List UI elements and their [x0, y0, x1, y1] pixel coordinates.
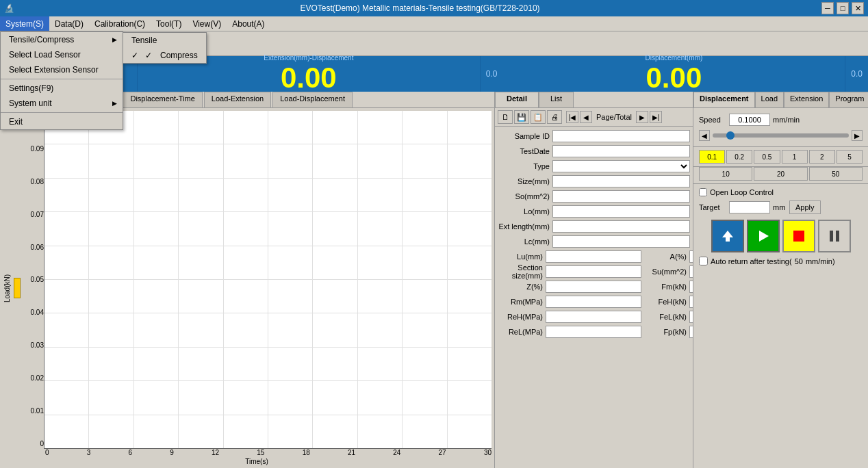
- speed-preset-0.1[interactable]: 0.1: [699, 150, 725, 164]
- tab-displacement[interactable]: Displacement: [693, 92, 755, 107]
- lc-input[interactable]: [552, 235, 690, 248]
- speed-control: Speed mm/min ◀ ▶: [693, 108, 868, 147]
- fel-input[interactable]: [689, 311, 693, 323]
- tab-detail[interactable]: Detail: [495, 92, 539, 107]
- submenu-tensile[interactable]: Tensile: [123, 33, 206, 48]
- open-loop-checkbox[interactable]: [699, 188, 707, 196]
- speed-preset-1[interactable]: 1: [782, 150, 808, 164]
- target-input[interactable]: [729, 201, 770, 213]
- sample-id-label: Sample ID: [498, 132, 552, 140]
- title-bar: 🔬 EVOTest(Demo) Metallic materials-Tensi…: [0, 0, 868, 16]
- tab-load[interactable]: Load: [755, 92, 784, 107]
- page-prev-btn[interactable]: ◀: [580, 111, 592, 123]
- y-axis-label: Load(kN): [3, 111, 12, 465]
- speed-preset-0.2[interactable]: 0.2: [726, 150, 752, 164]
- detail-tabs: Detail List: [495, 92, 693, 108]
- speed-increase-btn[interactable]: ▶: [852, 130, 863, 141]
- stop-btn[interactable]: [782, 220, 815, 252]
- tab-program[interactable]: Program: [829, 92, 868, 107]
- test-date-input[interactable]: [552, 145, 690, 157]
- speed-preset-0.5[interactable]: 0.5: [754, 150, 780, 164]
- detail-new-btn[interactable]: 🗋: [498, 110, 513, 124]
- speed-preset-2[interactable]: 2: [809, 150, 835, 164]
- tab-extension[interactable]: Extension: [784, 92, 829, 107]
- speed-preset-20[interactable]: 20: [754, 167, 807, 181]
- detail-print-btn[interactable]: 🖨: [547, 110, 562, 124]
- size-input[interactable]: [552, 175, 690, 187]
- a-input[interactable]: [689, 250, 693, 263]
- menu-select-load-sensor[interactable]: Select Load Sensor: [1, 47, 123, 62]
- speed-preset-10[interactable]: 10: [699, 167, 752, 181]
- type-select[interactable]: [552, 160, 690, 172]
- menu-settings[interactable]: Settings(F9): [1, 81, 123, 96]
- su-input[interactable]: [689, 265, 693, 278]
- auto-return-checkbox[interactable]: [699, 257, 708, 265]
- speed-input[interactable]: [729, 114, 770, 126]
- menu-select-extension-sensor[interactable]: Select Extension Sensor: [1, 62, 123, 77]
- disp-side-val: 0.0: [845, 56, 868, 92]
- chart-plot: [44, 111, 492, 449]
- open-loop-row: Open Loop Control: [699, 188, 863, 196]
- z-input[interactable]: [546, 281, 641, 293]
- open-loop-label: Open Loop Control: [710, 188, 774, 196]
- menu-about[interactable]: About(A): [227, 16, 270, 31]
- page-next-btn[interactable]: ▶: [636, 111, 648, 123]
- speed-slider[interactable]: [713, 133, 849, 138]
- menu-system-unit[interactable]: System unit: [1, 96, 123, 111]
- lo-input[interactable]: [552, 205, 690, 218]
- apply-button[interactable]: Apply: [789, 200, 821, 214]
- extension-value: 0.00: [281, 62, 337, 94]
- page-first-btn[interactable]: |◀: [566, 111, 578, 123]
- close-button[interactable]: ✕: [852, 2, 864, 14]
- displacement-column: Displacement(mm) 0.00: [502, 56, 845, 92]
- maximize-button[interactable]: □: [837, 2, 849, 14]
- return-to-origin-btn[interactable]: [711, 220, 744, 252]
- so-input[interactable]: [552, 190, 690, 203]
- menu-tool[interactable]: Tool(T): [151, 16, 187, 31]
- speed-preset-5[interactable]: 5: [837, 150, 863, 164]
- ext-length-input[interactable]: [552, 220, 690, 233]
- menu-view[interactable]: View(V): [187, 16, 227, 31]
- fp-input[interactable]: [689, 326, 693, 338]
- section-size-input[interactable]: [546, 265, 641, 278]
- menu-exit[interactable]: Exit: [1, 114, 123, 129]
- lu-input[interactable]: [546, 250, 641, 263]
- rm-input[interactable]: [546, 296, 641, 308]
- tab-displacement-time[interactable]: Displacement-Time: [123, 92, 202, 107]
- su-label: Su(mm^2): [641, 268, 689, 276]
- auto-return-value: 50: [795, 257, 803, 265]
- x-axis-labels: 0 3 6 9 12 15 18 21 24 27 30: [22, 449, 492, 456]
- feh-input[interactable]: [689, 296, 693, 308]
- extension-label: Extension(mm)-Displacement: [264, 54, 353, 62]
- menu-system[interactable]: System(S): [0, 16, 49, 31]
- x-axis-title: Time(s): [22, 456, 492, 465]
- pause-btn[interactable]: [818, 220, 851, 252]
- submenu-compress[interactable]: ✓ Compress: [123, 48, 206, 63]
- menu-calibration[interactable]: Calibration(C): [89, 16, 151, 31]
- tab-load-displacement[interactable]: Load-Displacement: [272, 92, 353, 107]
- fm-label: Fm(kN): [641, 283, 689, 291]
- speed-decrease-btn[interactable]: ◀: [699, 130, 710, 141]
- menu-data[interactable]: Data(D): [49, 16, 89, 31]
- system-dropdown: Tensile/Compress Tensile ✓ Compress Sele…: [0, 31, 123, 130]
- tab-list[interactable]: List: [539, 92, 574, 107]
- run-btn[interactable]: [747, 220, 780, 252]
- reh-input[interactable]: [546, 311, 641, 323]
- z-label: Z(%): [498, 283, 546, 291]
- control-buttons: [699, 220, 863, 252]
- ext-side-val: 0.0: [481, 56, 503, 92]
- menu-bar: System(S) Data(D) Calibration(C) Tool(T)…: [0, 16, 868, 31]
- test-date-label: TestDate: [498, 147, 552, 155]
- minimize-button[interactable]: ─: [821, 2, 834, 14]
- page-last-btn[interactable]: ▶|: [650, 111, 662, 123]
- speed-preset-50[interactable]: 50: [809, 167, 863, 181]
- detail-form: Sample ID TestDate Type Size(mm) So(mm^2…: [495, 127, 693, 468]
- rel-input[interactable]: [546, 326, 641, 338]
- tab-load-extension[interactable]: Load-Extension: [204, 92, 271, 107]
- detail-save-btn[interactable]: 💾: [514, 110, 529, 124]
- feh-label: FeH(kN): [641, 298, 689, 306]
- menu-tensile-compress[interactable]: Tensile/Compress Tensile ✓ Compress: [1, 32, 123, 47]
- sample-id-input[interactable]: [552, 130, 690, 142]
- fm-input[interactable]: [689, 281, 693, 293]
- detail-copy-btn[interactable]: 📋: [531, 110, 546, 124]
